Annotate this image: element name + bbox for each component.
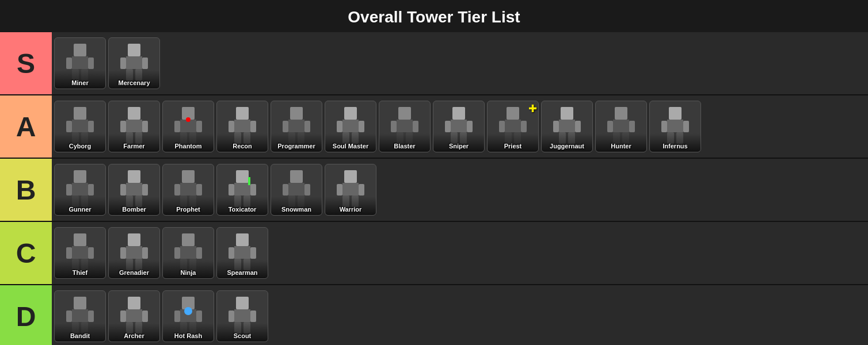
tier-label-d: D bbox=[0, 285, 52, 345]
tower-name-grenadier: Grenadier bbox=[119, 269, 149, 276]
tower-card-soul-master[interactable]: Soul Master bbox=[325, 101, 376, 152]
tower-name-prophet: Prophet bbox=[176, 206, 200, 213]
tower-name-thief: Thief bbox=[73, 269, 87, 276]
tower-name-gunner: Gunner bbox=[68, 206, 91, 213]
tower-name-infernus: Infernus bbox=[663, 143, 687, 150]
tower-card-ninja[interactable]: Ninja bbox=[162, 227, 214, 279]
tower-card-miner[interactable]: Miner bbox=[54, 37, 106, 89]
tower-card-grenadier[interactable]: Grenadier bbox=[108, 227, 160, 279]
tower-card-mercenary[interactable]: Mercenary bbox=[108, 37, 160, 89]
tower-card-thief[interactable]: Thief bbox=[54, 227, 106, 279]
tower-card-scout[interactable]: Scout bbox=[216, 290, 268, 342]
tower-name-phantom: Phantom bbox=[174, 143, 201, 150]
tier-content-d: BanditArcherHot RashScout bbox=[52, 285, 868, 345]
tower-card-prophet[interactable]: Prophet bbox=[162, 164, 214, 216]
tier-content-c: ThiefGrenadierNinjaSpearman bbox=[52, 222, 868, 284]
tower-card-snowman[interactable]: Snowman bbox=[271, 164, 322, 216]
tier-content-b: GunnerBomberProphetToxicatorSnowmanWarri… bbox=[52, 159, 868, 221]
tower-name-programmer: Programmer bbox=[277, 143, 315, 150]
tower-card-juggernaut[interactable]: Juggernaut bbox=[541, 101, 593, 152]
tier-label-a: A bbox=[0, 95, 52, 158]
tower-name-spearman: Spearman bbox=[227, 269, 257, 276]
tower-name-juggernaut: Juggernaut bbox=[550, 143, 584, 150]
tower-name-hot-rash: Hot Rash bbox=[174, 332, 202, 339]
tower-card-spearman[interactable]: Spearman bbox=[216, 227, 268, 279]
tower-card-cyborg[interactable]: Cyborg bbox=[54, 101, 106, 152]
page-title: Overall Tower Tier List bbox=[0, 0, 868, 32]
tower-name-farmer: Farmer bbox=[123, 143, 144, 150]
tower-card-phantom[interactable]: Phantom bbox=[162, 101, 214, 152]
tower-name-archer: Archer bbox=[124, 332, 144, 339]
tower-card-warrior[interactable]: Warrior bbox=[325, 164, 376, 216]
tower-card-farmer[interactable]: Farmer bbox=[108, 101, 160, 152]
tower-card-priest[interactable]: ✚Priest bbox=[487, 101, 539, 152]
tower-card-gunner[interactable]: Gunner bbox=[54, 164, 106, 216]
tower-name-blaster: Blaster bbox=[394, 143, 415, 150]
tier-label-s: S bbox=[0, 32, 52, 94]
tower-card-hunter[interactable]: Hunter bbox=[595, 101, 647, 152]
tier-row-d: DBanditArcherHot RashScout bbox=[0, 285, 868, 345]
tier-row-c: CThiefGrenadierNinjaSpearman bbox=[0, 222, 868, 285]
tower-name-recon: Recon bbox=[233, 143, 252, 150]
tower-name-miner: Miner bbox=[71, 79, 88, 86]
tier-content-a: CyborgFarmerPhantomReconProgrammerSoul M… bbox=[52, 95, 868, 158]
tower-name-warrior: Warrior bbox=[340, 206, 362, 213]
tower-card-programmer[interactable]: Programmer bbox=[271, 101, 322, 152]
tower-name-bomber: Bomber bbox=[122, 206, 146, 213]
tower-card-hot-rash[interactable]: Hot Rash bbox=[162, 290, 214, 342]
tower-card-blaster[interactable]: Blaster bbox=[379, 101, 431, 152]
tower-name-cyborg: Cyborg bbox=[69, 143, 92, 150]
tower-name-soul-master: Soul Master bbox=[333, 143, 368, 150]
tower-card-recon[interactable]: Recon bbox=[216, 101, 268, 152]
tier-row-a: ACyborgFarmerPhantomReconProgrammerSoul … bbox=[0, 95, 868, 159]
tower-card-archer[interactable]: Archer bbox=[108, 290, 160, 342]
tower-name-sniper: Sniper bbox=[449, 143, 469, 150]
tower-name-priest: Priest bbox=[504, 143, 522, 150]
tier-row-b: BGunnerBomberProphetToxicatorSnowmanWarr… bbox=[0, 159, 868, 222]
tower-name-hunter: Hunter bbox=[611, 143, 631, 150]
tower-card-bomber[interactable]: Bomber bbox=[108, 164, 160, 216]
tier-list: SMinerMercenaryACyborgFarmerPhantomRecon… bbox=[0, 32, 868, 345]
tower-card-bandit[interactable]: Bandit bbox=[54, 290, 106, 342]
tower-name-mercenary: Mercenary bbox=[118, 79, 150, 86]
tier-label-c: C bbox=[0, 222, 52, 284]
tower-card-infernus[interactable]: Infernus bbox=[649, 101, 701, 152]
tier-row-s: SMinerMercenary bbox=[0, 32, 868, 95]
tower-name-ninja: Ninja bbox=[181, 269, 196, 276]
tower-name-scout: Scout bbox=[234, 332, 252, 339]
tower-card-toxicator[interactable]: Toxicator bbox=[216, 164, 268, 216]
tower-name-snowman: Snowman bbox=[281, 206, 311, 213]
tier-content-s: MinerMercenary bbox=[52, 32, 868, 94]
tower-name-toxicator: Toxicator bbox=[229, 206, 257, 213]
tower-card-sniper[interactable]: Sniper bbox=[433, 101, 485, 152]
tier-label-b: B bbox=[0, 159, 52, 221]
tower-name-bandit: Bandit bbox=[70, 332, 90, 339]
